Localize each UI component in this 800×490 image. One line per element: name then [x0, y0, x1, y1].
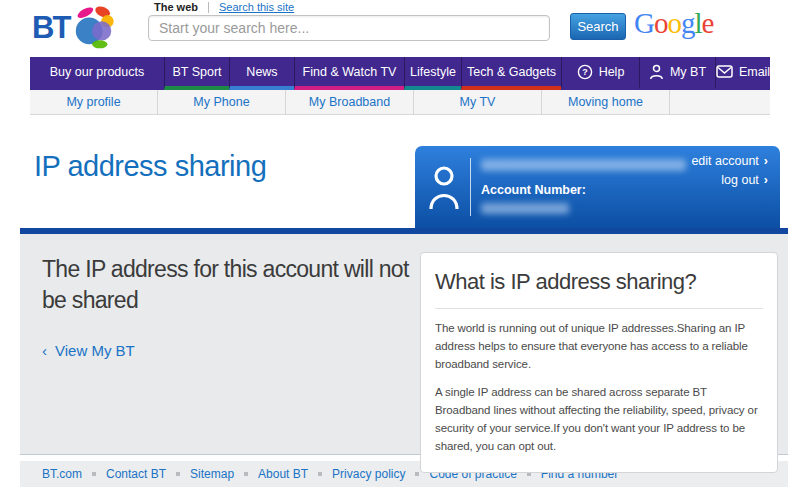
help-icon: ? — [577, 64, 593, 80]
edit-account-link[interactable]: edit account — [691, 154, 768, 168]
account-divider — [470, 158, 471, 216]
search-scope-the-web[interactable]: The web — [148, 1, 208, 13]
account-panel: edit account log out Account Number: — [415, 146, 780, 228]
nav-item-label: BT Sport — [172, 65, 221, 79]
log-out-link[interactable]: log out — [691, 173, 768, 187]
info-card-paragraph: A single IP address can be shared across… — [435, 384, 763, 455]
site-header: BT The web Search this site Search Googl… — [0, 0, 800, 57]
footer-separator — [244, 472, 248, 476]
nav-item-news[interactable]: News — [229, 57, 294, 90]
nav-item-label: Email — [739, 65, 770, 79]
edit-account-label: edit account — [691, 154, 758, 168]
subnav-item-my-tv[interactable]: My TV — [414, 90, 542, 114]
bt-logo-text: BT — [32, 4, 69, 52]
page-head: IP address sharing edit account log out … — [0, 115, 800, 228]
google-logo: Google — [634, 7, 713, 40]
nav-item-label: Find & Watch TV — [303, 65, 397, 79]
footer-link-about-bt[interactable]: About BT — [258, 467, 308, 481]
google-letter: l — [694, 7, 701, 39]
main-content: The IP address for this account will not… — [20, 234, 788, 455]
nav-item-label: News — [246, 65, 277, 79]
subnav-item-moving-home[interactable]: Moving home — [542, 90, 670, 114]
person-icon — [649, 64, 664, 80]
account-links: edit account log out — [691, 154, 768, 192]
subnav-item-my-phone[interactable]: My Phone — [158, 90, 286, 114]
search-scope-this-site[interactable]: Search this site — [209, 1, 294, 13]
info-card: What is IP address sharing? The world is… — [420, 252, 778, 473]
nav-item-label: Lifestyle — [410, 65, 456, 79]
footer-link-contact-bt[interactable]: Contact BT — [106, 467, 166, 481]
search-button[interactable]: Search — [570, 13, 626, 40]
nav-item-label: My BT — [670, 65, 706, 79]
nav-item-label: Help — [599, 65, 625, 79]
svg-text:?: ? — [582, 67, 588, 77]
google-letter: G — [634, 7, 654, 39]
nav-item-tech-and-gadgets[interactable]: Tech & Gadgets — [461, 57, 561, 90]
nav-item-email[interactable]: Email — [715, 57, 770, 90]
google-letter: o — [667, 7, 681, 39]
page-title: IP address sharing — [34, 150, 266, 183]
footer-separator — [176, 472, 180, 476]
info-card-paragraph: The world is running out of unique IP ad… — [435, 320, 763, 373]
envelope-icon — [716, 65, 733, 78]
search-input[interactable] — [148, 15, 550, 41]
search-scope-tabs: The web Search this site — [148, 1, 550, 13]
google-letter: g — [681, 7, 695, 39]
footer-separator — [415, 472, 419, 476]
search-area: The web Search this site — [148, 1, 550, 41]
google-letter: o — [654, 7, 668, 39]
nav-item-my-bt[interactable]: My BT — [639, 57, 715, 90]
footer-separator — [92, 472, 96, 476]
bt-globe-icon — [71, 4, 117, 52]
nav-item-find-and-watch-tv[interactable]: Find & Watch TV — [294, 57, 404, 90]
status-heading: The IP address for this account will not… — [42, 254, 427, 316]
nav-item-lifestyle[interactable]: Lifestyle — [404, 57, 461, 90]
footer-link-sitemap[interactable]: Sitemap — [190, 467, 234, 481]
footer-link-bt-com[interactable]: BT.com — [42, 467, 82, 481]
log-out-label: log out — [721, 173, 759, 187]
account-number-redacted — [481, 203, 569, 214]
nav-item-buy-our-products[interactable]: Buy our products — [30, 57, 164, 90]
footer-link-privacy-policy[interactable]: Privacy policy — [332, 467, 405, 481]
nav-item-help[interactable]: ? Help — [561, 57, 639, 90]
nav-item-bt-sport[interactable]: BT Sport — [164, 57, 229, 90]
primary-nav: Buy our products BT Sport News Find & Wa… — [30, 57, 770, 90]
subnav-item-my-broadband[interactable]: My Broadband — [286, 90, 414, 114]
google-letter: e — [702, 7, 714, 39]
bt-logo[interactable]: BT — [32, 4, 117, 52]
footer-separator — [318, 472, 322, 476]
account-person-icon — [428, 163, 460, 211]
info-card-divider — [435, 308, 763, 309]
info-card-title: What is IP address sharing? — [435, 269, 763, 295]
nav-item-label: Buy our products — [50, 65, 145, 79]
subnav-item-my-profile[interactable]: My profile — [30, 90, 158, 114]
view-my-bt-link[interactable]: View My BT — [42, 342, 135, 359]
secondary-nav: My profile My Phone My Broadband My TV M… — [30, 90, 770, 115]
nav-item-label: Tech & Gadgets — [467, 65, 556, 79]
account-email-redacted — [481, 159, 686, 171]
account-number-label: Account Number: — [481, 183, 586, 197]
